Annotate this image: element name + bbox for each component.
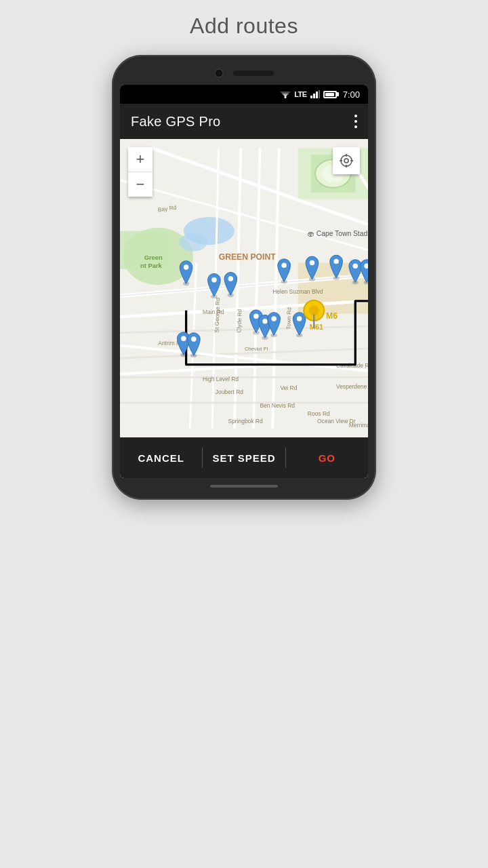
bottom-action-bar: CANCEL SET SPEED GO (120, 437, 368, 478)
cancel-button[interactable]: CANCEL (120, 437, 202, 478)
page-title: Add routes (190, 14, 298, 39)
svg-text:Pine: Pine (262, 321, 270, 333)
svg-rect-5 (313, 94, 315, 98)
phone-device: LTE 7:00 Fake GPS Pro (112, 55, 376, 500)
svg-text:St George Rd: St George Rd (213, 298, 221, 333)
zoom-out-button[interactable]: − (128, 172, 152, 197)
map-zoom-controls: + − (128, 147, 152, 197)
svg-text:🏟 Cape Town Stadium: 🏟 Cape Town Stadium (308, 230, 368, 237)
svg-text:Clyde Rd: Clyde Rd (235, 309, 243, 332)
svg-text:Antrim Rd: Antrim Rd (158, 340, 184, 347)
set-speed-button[interactable]: SET SPEED (203, 437, 285, 478)
svg-text:High Level Rd: High Level Rd (203, 376, 239, 382)
app-bar: Fake GPS Pro (120, 104, 368, 139)
locate-button[interactable] (333, 147, 360, 174)
map-view[interactable]: Fritz Sonnenberg Rd Bay Rd Helen Suzman … (120, 139, 368, 437)
svg-text:Ben Nevis Rd: Ben Nevis Rd (260, 402, 295, 409)
phone-top (120, 68, 368, 78)
svg-text:Green: Green (144, 254, 163, 261)
status-icons: LTE 7:00 (280, 90, 360, 100)
battery-icon (323, 91, 337, 98)
phone-bottom (120, 485, 368, 488)
svg-text:M61: M61 (310, 323, 323, 331)
menu-dot (354, 120, 357, 123)
svg-text:Cheviot Pl: Cheviot Pl (245, 346, 268, 352)
zoom-in-button[interactable]: + (128, 147, 152, 172)
menu-dot (354, 125, 357, 128)
svg-text:Town Rd: Town Rd (285, 307, 293, 330)
svg-text:GREEN POINT: GREEN POINT (219, 252, 277, 262)
svg-text:Roos Rd: Roos Rd (308, 410, 330, 417)
svg-text:M6: M6 (326, 311, 338, 321)
map-background: Fritz Sonnenberg Rd Bay Rd Helen Suzman … (120, 139, 368, 437)
svg-text:Cavalcade Rd: Cavalcade Rd (336, 362, 368, 369)
svg-text:Vesperdene Rd: Vesperdene Rd (336, 383, 368, 390)
home-indicator (210, 485, 278, 488)
crosshair-icon (338, 153, 354, 169)
speaker (233, 71, 274, 76)
camera (214, 68, 224, 78)
svg-rect-4 (310, 96, 312, 98)
lte-label: LTE (294, 90, 306, 98)
svg-point-3 (285, 96, 287, 98)
status-time: 7:00 (343, 90, 360, 100)
wifi-icon (280, 90, 291, 98)
svg-text:nt Park: nt Park (140, 262, 163, 269)
app-title: Fake GPS Pro (131, 114, 221, 130)
svg-rect-7 (319, 90, 320, 98)
status-bar: LTE 7:00 (120, 85, 368, 104)
go-button[interactable]: GO (286, 437, 368, 478)
svg-point-112 (344, 159, 348, 163)
svg-text:Vei Rd: Vei Rd (280, 384, 297, 391)
svg-text:Merriman Rd: Merriman Rd (349, 422, 368, 429)
menu-dot (354, 115, 357, 117)
svg-rect-6 (316, 92, 318, 98)
svg-point-12 (179, 233, 207, 251)
more-options-button[interactable] (354, 115, 357, 128)
phone-screen: LTE 7:00 Fake GPS Pro (120, 85, 368, 478)
svg-text:Joubert Rd: Joubert Rd (216, 389, 244, 395)
signal-icon (310, 90, 320, 98)
svg-point-111 (341, 155, 352, 166)
svg-text:Springbok Rd: Springbok Rd (228, 418, 263, 425)
svg-text:Helen Suzman Blvd: Helen Suzman Blvd (272, 288, 323, 295)
